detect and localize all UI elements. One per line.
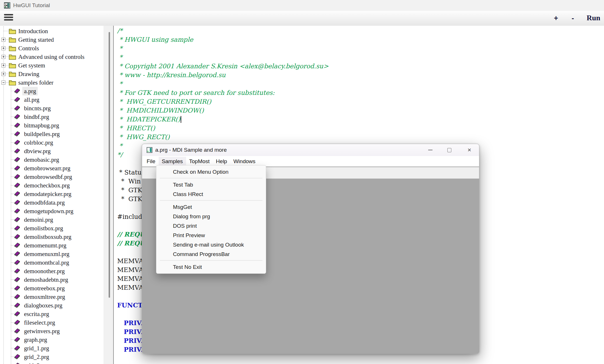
- tree-item-dbview-prg[interactable]: dbview.prg: [0, 147, 103, 155]
- close-button[interactable]: ✕: [0, 0, 13, 11]
- tree-item-label: bindbf.prg: [24, 113, 49, 121]
- code-line: * HMDICHILDWINDOW(): [114, 106, 604, 115]
- tree-item-label: getwinvers.prg: [24, 327, 60, 335]
- tree-item-demoshadebtn-prg[interactable]: demoshadebtn.prg: [0, 275, 103, 284]
- tree-item-fileselect-prg[interactable]: fileselect.prg: [0, 318, 103, 327]
- run-button[interactable]: Run: [584, 11, 603, 25]
- tree-item-bitmapbug-prg[interactable]: bitmapbug.prg: [0, 121, 103, 130]
- menu-item-msgget[interactable]: MsgGet: [156, 202, 266, 212]
- main-titlebar[interactable]: HwGUI Tutorial ✕: [0, 0, 604, 11]
- menu-item-dos-print[interactable]: DOS print: [156, 221, 266, 231]
- tree-item-get-system[interactable]: +Get system: [0, 61, 103, 70]
- tree-item-demodbfdata-prg[interactable]: demodbfdata.prg: [0, 198, 103, 207]
- tree-item-demolistbox-prg[interactable]: demolistbox.prg: [0, 224, 103, 233]
- tree-item-demomonthcal-prg[interactable]: demomonthcal.prg: [0, 258, 103, 267]
- folder-icon: [9, 62, 16, 69]
- tree-item-advanced-using-of-controls[interactable]: +Advanced using of controls: [0, 53, 103, 61]
- tree-item-escrita-prg[interactable]: escrita.prg: [0, 310, 103, 318]
- tree-item-getting-started[interactable]: +Getting started: [0, 35, 103, 44]
- tree-panel[interactable]: Introduction+Getting started+Controls+Ad…: [0, 26, 103, 364]
- app-window: HwGUI Tutorial ✕ + - Run Introduction+Ge…: [0, 0, 604, 364]
- code-line: * HWG_GETCURRENTDIR(): [114, 97, 604, 106]
- book-icon: [13, 310, 21, 318]
- code-line: * HDATEPICKER(): [114, 115, 604, 124]
- mdi-menu-windows[interactable]: Windows: [230, 157, 258, 166]
- tree-item-demoini-prg[interactable]: demoini.prg: [0, 215, 103, 224]
- tree-item-label: demomenuxml.prg: [24, 250, 69, 258]
- tree-item-graph-prg[interactable]: graph.prg: [0, 335, 103, 344]
- tree-item-samples-folder[interactable]: −samples folder: [0, 78, 103, 87]
- zoom-out-button[interactable]: -: [568, 11, 577, 25]
- tree-item-bindbf-prg[interactable]: bindbf.prg: [0, 113, 103, 121]
- expander-plus-icon[interactable]: +: [1, 72, 5, 76]
- tree-item-grid-2-prg[interactable]: grid_2.prg: [0, 353, 103, 361]
- menu-item-class-hrect[interactable]: Class HRect: [156, 189, 266, 199]
- tree-item-drawing[interactable]: +Drawing: [0, 70, 103, 78]
- tree-scrollbar-track[interactable]: [103, 26, 113, 364]
- mdi-menu-help[interactable]: Help: [213, 157, 230, 166]
- book-icon: [13, 105, 21, 112]
- tree-item-dialogboxes-prg[interactable]: dialogboxes.prg: [0, 301, 103, 310]
- tree-item-bincnts-prg[interactable]: bincnts.prg: [0, 104, 103, 113]
- tree-item-getwinvers-prg[interactable]: getwinvers.prg: [0, 327, 103, 335]
- tree-item-grid-3-prg[interactable]: grid_3.prg: [0, 361, 103, 364]
- menu-button[interactable]: [4, 14, 14, 22]
- expander-plus-icon[interactable]: +: [1, 46, 5, 50]
- tree-item-demodatepicker-prg[interactable]: demodatepicker.prg: [0, 190, 103, 198]
- menu-item-test-tab[interactable]: Test Tab: [156, 180, 266, 189]
- text-caret: [181, 116, 181, 123]
- tree-item-label: grid_1.prg: [24, 344, 49, 353]
- tree-item-all-prg[interactable]: all.prg: [0, 95, 103, 104]
- tree-item-democheckbox-prg[interactable]: democheckbox.prg: [0, 181, 103, 190]
- tree-item-label: Get system: [18, 61, 45, 70]
- mdi-menu-file[interactable]: File: [143, 157, 159, 166]
- menu-item-command-progressbar[interactable]: Command ProgressBar: [156, 249, 266, 259]
- tree-item-demoonother-prg[interactable]: demoonother.prg: [0, 267, 103, 275]
- tree-item-label: buildpelles.prg: [24, 130, 60, 138]
- menu-item-check-on-menu-option[interactable]: Check on Menu Option: [156, 167, 266, 177]
- tree-item-demobasic-prg[interactable]: demobasic.prg: [0, 155, 103, 164]
- mdi-close-button[interactable]: ✕: [463, 144, 476, 156]
- expander-plus-icon[interactable]: +: [1, 38, 5, 42]
- book-icon: [13, 259, 21, 266]
- menu-item-sending-e-mail-using-outlook[interactable]: Sending e-mail using Outlook: [156, 240, 266, 249]
- book-icon: [13, 242, 21, 249]
- main-toolbar: + - Run: [0, 11, 604, 26]
- tree-item-colrbloc-prg[interactable]: colrbloc.prg: [0, 138, 103, 147]
- mdi-maximize-button[interactable]: [443, 144, 456, 156]
- tree-guide-stub: [3, 31, 9, 31]
- book-icon: [13, 156, 21, 163]
- tree-item-demotreebox-prg[interactable]: demotreebox.prg: [0, 284, 103, 293]
- tree-item-demobrowsearr-prg[interactable]: demobrowsearr.prg: [0, 164, 103, 173]
- tree-item-demoxmltree-prg[interactable]: demoxmltree.prg: [0, 293, 103, 301]
- book-icon: [13, 362, 21, 364]
- tree-item-label: colrbloc.prg: [24, 138, 53, 147]
- menu-item-dialog-from-prg[interactable]: Dialog from prg: [156, 212, 266, 221]
- tree-scrollbar-thumb[interactable]: [109, 32, 110, 298]
- tree-item-introduction[interactable]: Introduction: [0, 27, 103, 35]
- tree-item-demogetupdown-prg[interactable]: demogetupdown.prg: [0, 207, 103, 215]
- expander-plus-icon[interactable]: +: [1, 63, 5, 67]
- tree-item-a-prg[interactable]: a.prg: [0, 87, 103, 95]
- code-line: *: [114, 53, 604, 62]
- tree-item-grid-1-prg[interactable]: grid_1.prg: [0, 344, 103, 353]
- tree-item-buildpelles-prg[interactable]: buildpelles.prg: [0, 130, 103, 138]
- menu-item-print-preview[interactable]: Print Preview: [156, 231, 266, 240]
- tree-item-controls[interactable]: +Controls: [0, 44, 103, 53]
- code-line: //bb. 2. 5 .... "RU.....": [114, 363, 604, 364]
- expander-plus-icon[interactable]: +: [1, 55, 5, 59]
- samples-dropdown-menu: Check on Menu OptionTest TabClass HRectM…: [156, 165, 266, 274]
- expander-minus-icon[interactable]: −: [1, 81, 5, 85]
- tree-item-demolistboxsub-prg[interactable]: demolistboxsub.prg: [0, 233, 103, 241]
- tree-item-demomenuxml-prg[interactable]: demomenuxml.prg: [0, 250, 103, 258]
- mdi-menu-samples[interactable]: Samples: [159, 157, 186, 166]
- mdi-titlebar[interactable]: a.prg - MDI Sample and more ✕: [142, 144, 479, 156]
- mdi-minimize-button[interactable]: [424, 144, 437, 156]
- code-line: * www - http://kresin.belgorod.su: [114, 71, 604, 79]
- tree-item-demobrowsedbf-prg[interactable]: demobrowsedbf.prg: [0, 173, 103, 181]
- mdi-menu-topmost[interactable]: TopMost: [186, 157, 213, 166]
- tree-item-demomenumt-prg[interactable]: demomenumt.prg: [0, 241, 103, 250]
- window-title: HwGUI Tutorial: [13, 2, 50, 9]
- menu-item-test-no-exit[interactable]: Test No Exit: [156, 262, 266, 272]
- zoom-in-button[interactable]: +: [551, 11, 561, 25]
